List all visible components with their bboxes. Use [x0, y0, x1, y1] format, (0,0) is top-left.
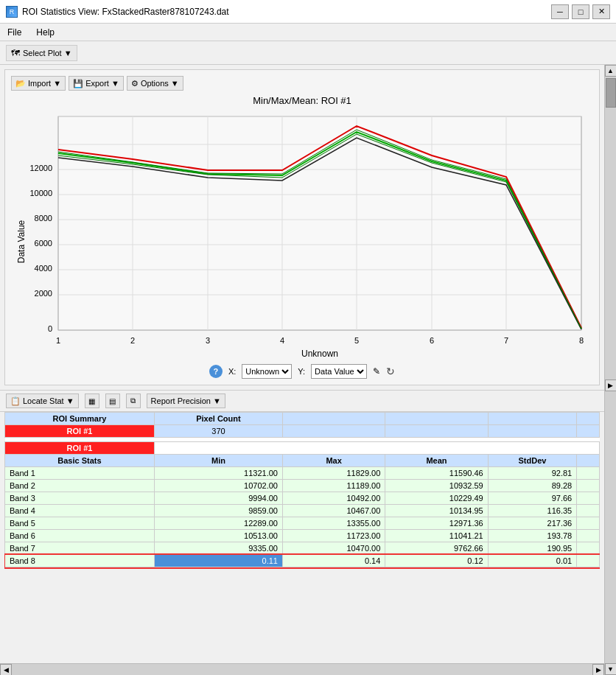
- locate-stat-button[interactable]: 📋 Locate Stat ▼: [6, 394, 79, 408]
- roi-summary-label: ROI #1: [5, 425, 155, 438]
- svg-text:8000: 8000: [35, 214, 52, 223]
- svg-text:Unknown: Unknown: [301, 349, 338, 359]
- export-button[interactable]: 💾 Export ▼: [69, 76, 124, 91]
- col-roi-summary: ROI Summary: [5, 413, 155, 425]
- select-plot-button[interactable]: 🗺 Select Plot ▼: [6, 45, 77, 61]
- chart-area: 0 2000 4000 6000 8000 10000 12000 Data V…: [14, 109, 590, 360]
- table-view-button[interactable]: ▤: [105, 394, 120, 408]
- svg-text:7: 7: [504, 336, 508, 345]
- x-axis-select[interactable]: Unknown: [242, 364, 292, 379]
- col-empty-2: [385, 413, 488, 425]
- roi-pixel-count: 370: [154, 425, 282, 438]
- svg-text:12000: 12000: [29, 164, 52, 172]
- scroll-right-arrow[interactable]: ▶: [605, 380, 617, 391]
- svg-text:3: 3: [206, 336, 210, 345]
- scroll-right-button[interactable]: ▶: [592, 664, 604, 676]
- window-title: ROI Statistics View: FxStackedRaster8781…: [22, 7, 547, 17]
- report-precision-button[interactable]: Report Precision ▼: [147, 394, 225, 408]
- stats-table-container[interactable]: ROI Summary Pixel Count ROI #1 370: [4, 412, 600, 659]
- band8-min: 0.11: [154, 555, 282, 567]
- select-plot-label: Select Plot ▼: [23, 49, 72, 57]
- bottom-toolbar: 📋 Locate Stat ▼ ▦ ▤ ⧉ Report Precision ▼: [0, 390, 604, 412]
- chart-title: Min/Max/Mean: ROI #1: [8, 95, 596, 106]
- table-row: Band 4 9859.00 10467.00 10134.95 116.35: [5, 505, 600, 517]
- table-row: Band 2 10702.00 11189.00 10932.59 89.28: [5, 480, 600, 492]
- table-row: Band 1 11321.00 11829.00 11590.46 92.81: [5, 467, 600, 480]
- main-area: 📂 Import ▼ 💾 Export ▼ ⚙ Options ▼ Min/Ma…: [0, 65, 616, 675]
- refresh-button[interactable]: ↻: [386, 366, 395, 377]
- svg-text:6000: 6000: [35, 239, 52, 248]
- chart-footer: ? X: Unknown Y: Data Value ✎ ↻: [8, 361, 596, 382]
- table-header-row: ROI Summary Pixel Count: [5, 413, 600, 425]
- scroll-left-button[interactable]: ◀: [0, 664, 12, 676]
- menu-file[interactable]: File: [4, 26, 24, 39]
- svg-text:2: 2: [130, 336, 135, 345]
- band8-stddev: 0.01: [488, 555, 576, 567]
- menu-help[interactable]: Help: [33, 26, 57, 39]
- menu-bar: File Help: [0, 24, 616, 41]
- title-bar: R ROI Statistics View: FxStackedRaster87…: [0, 0, 616, 24]
- copy-button[interactable]: ⧉: [126, 394, 141, 408]
- table-row: Band 6 10513.00 11723.00 11041.21 193.78: [5, 530, 600, 542]
- col-stddev: StdDev: [488, 455, 576, 467]
- chart-svg: 0 2000 4000 6000 8000 10000 12000 Data V…: [14, 109, 596, 360]
- import-button[interactable]: 📂 Import ▼: [11, 76, 66, 91]
- svg-text:6: 6: [430, 336, 434, 345]
- col-max: Max: [282, 455, 385, 467]
- svg-text:0: 0: [48, 324, 52, 333]
- svg-text:2000: 2000: [35, 289, 52, 298]
- col-empty-3: [488, 413, 576, 425]
- roi-detail-label-row: ROI #1: [5, 442, 600, 455]
- svg-text:1: 1: [56, 336, 60, 345]
- svg-text:Data Value: Data Value: [16, 220, 27, 263]
- horizontal-scrollbar[interactable]: ◀ ▶: [0, 663, 604, 675]
- basic-stats-header-row: Basic Stats Min Max Mean StdDev: [5, 455, 600, 467]
- chart-container: 📂 Import ▼ 💾 Export ▼ ⚙ Options ▼ Min/Ma…: [4, 69, 600, 385]
- options-button[interactable]: ⚙ Options ▼: [127, 76, 183, 91]
- app-icon: R: [6, 6, 18, 18]
- roi-summary-row: ROI #1 370: [5, 425, 600, 438]
- band8-mean: 0.12: [385, 555, 488, 567]
- roi-detail-label: ROI #1: [5, 442, 155, 455]
- minimize-button[interactable]: ─: [551, 4, 569, 19]
- svg-text:4000: 4000: [35, 264, 52, 273]
- table-row: Band 5 12289.00 13355.00 12971.36 217.36: [5, 517, 600, 530]
- svg-text:5: 5: [354, 336, 359, 345]
- chart-toolbar: 📂 Import ▼ 💾 Export ▼ ⚙ Options ▼: [8, 73, 596, 95]
- col-pixel-count: Pixel Count: [154, 413, 282, 425]
- main-toolbar: 🗺 Select Plot ▼: [0, 41, 616, 65]
- band8-max: 0.14: [282, 555, 385, 567]
- maximize-button[interactable]: □: [572, 4, 589, 19]
- scrollbar-thumb[interactable]: [606, 78, 616, 108]
- help-button[interactable]: ?: [209, 365, 223, 378]
- band8-label: Band 8: [5, 555, 155, 567]
- svg-text:4: 4: [280, 336, 284, 345]
- scroll-track[interactable]: [12, 665, 592, 674]
- vertical-scrollbar[interactable]: ▲ ▶ ▼: [604, 65, 616, 675]
- col-empty-1: [282, 413, 385, 425]
- y-axis-label: Y:: [298, 367, 305, 376]
- highlighted-band-row[interactable]: Band 8 0.11 0.14 0.12 0.01: [5, 555, 600, 567]
- col-empty-4: [577, 413, 600, 425]
- x-axis-label: X:: [228, 367, 236, 376]
- grid-view-button[interactable]: ▦: [85, 394, 99, 408]
- table-row: Band 3 9994.00 10492.00 10229.49 97.66: [5, 492, 600, 505]
- close-button[interactable]: ✕: [592, 4, 610, 19]
- col-min: Min: [154, 455, 282, 467]
- window-controls: ─ □ ✕: [551, 4, 610, 19]
- svg-text:10000: 10000: [29, 189, 52, 197]
- col-mean: Mean: [385, 455, 488, 467]
- table-row: Band 7 9335.00 10470.00 9762.66 190.95: [5, 542, 600, 555]
- svg-text:8: 8: [579, 336, 584, 345]
- col-basic-stats: Basic Stats: [5, 455, 155, 467]
- scroll-down-button[interactable]: ▼: [605, 663, 617, 675]
- scroll-up-button[interactable]: ▲: [605, 65, 617, 77]
- y-axis-select[interactable]: Data Value: [311, 364, 367, 379]
- pencil-icon[interactable]: ✎: [373, 366, 380, 377]
- left-panel: 📂 Import ▼ 💾 Export ▼ ⚙ Options ▼ Min/Ma…: [0, 65, 604, 675]
- stats-table: ROI Summary Pixel Count ROI #1 370: [4, 412, 600, 567]
